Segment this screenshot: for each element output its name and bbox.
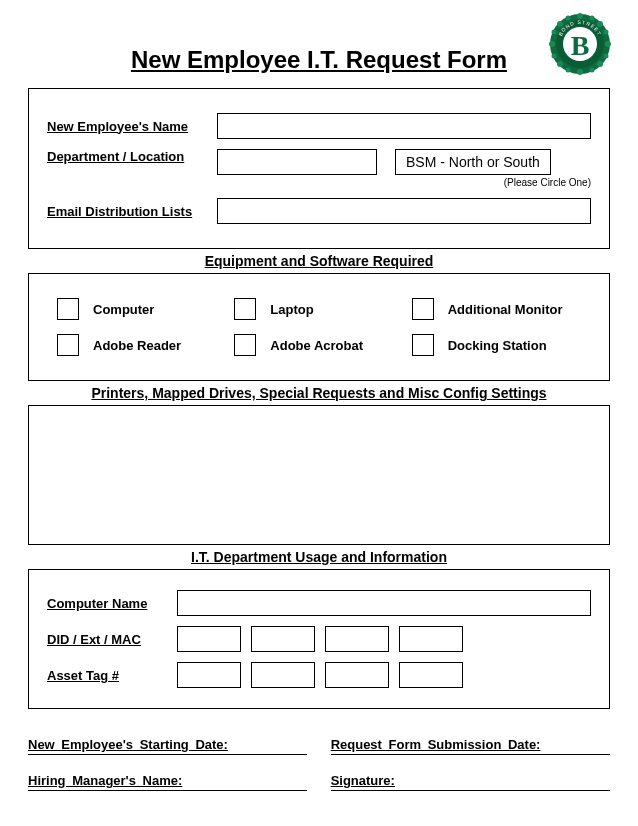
svg-point-7 <box>557 61 563 67</box>
checkbox-laptop[interactable]: Laptop <box>234 298 403 320</box>
email-lists-input[interactable] <box>217 198 591 224</box>
form-title: New Employee I.T. Request Form <box>28 46 610 74</box>
checkbox-adobe-acrobat[interactable]: Adobe Acrobat <box>234 334 403 356</box>
svg-point-14 <box>552 54 557 59</box>
svg-point-3 <box>549 41 555 47</box>
checkbox-computer[interactable]: Computer <box>57 298 226 320</box>
svg-point-12 <box>590 68 595 73</box>
checkbox-label: Docking Station <box>448 338 547 353</box>
svg-point-11 <box>566 68 571 73</box>
did-input-2[interactable] <box>251 626 315 652</box>
svg-point-2 <box>577 69 583 75</box>
svg-point-4 <box>605 41 611 47</box>
equipment-heading: Equipment and Software Required <box>28 253 610 269</box>
it-box: Computer Name DID / Ext / MAC Asset Tag … <box>28 569 610 709</box>
checkbox-docking-station[interactable]: Docking Station <box>412 334 581 356</box>
email-lists-label: Email Distribution Lists <box>47 204 217 219</box>
checkbox-icon <box>57 334 79 356</box>
svg-point-16 <box>604 54 609 59</box>
checkbox-label: Additional Monitor <box>448 302 563 317</box>
checkbox-additional-monitor[interactable]: Additional Monitor <box>412 298 581 320</box>
svg-point-15 <box>604 30 609 35</box>
circle-hint: (Please Circle One) <box>217 177 591 188</box>
checkbox-label: Computer <box>93 302 154 317</box>
computer-name-input[interactable] <box>177 590 591 616</box>
checkbox-label: Adobe Reader <box>93 338 181 353</box>
asset-tag-label: Asset Tag # <box>47 668 177 683</box>
hiring-manager-line[interactable]: Hiring Manager's Name: <box>28 773 307 791</box>
did-input-1[interactable] <box>177 626 241 652</box>
special-requests-box[interactable] <box>28 405 610 545</box>
did-input-3[interactable] <box>325 626 389 652</box>
bsm-choice[interactable]: BSM - North or South <box>395 149 551 175</box>
signature-area: New Employee's Starting Date: Hiring Man… <box>28 737 610 809</box>
checkbox-icon <box>412 334 434 356</box>
asset-input-4[interactable] <box>399 662 463 688</box>
asset-input-2[interactable] <box>251 662 315 688</box>
did-input-4[interactable] <box>399 626 463 652</box>
svg-point-9 <box>566 16 571 21</box>
department-input[interactable] <box>217 149 377 175</box>
employee-info-box: New Employee's Name Department / Locatio… <box>28 88 610 249</box>
department-label: Department / Location <box>47 149 217 164</box>
svg-point-10 <box>590 16 595 21</box>
logo-seal: B BOND STREET <box>548 12 612 76</box>
computer-name-label: Computer Name <box>47 596 177 611</box>
signature-line[interactable]: Signature: <box>331 773 610 791</box>
asset-input-1[interactable] <box>177 662 241 688</box>
svg-point-13 <box>552 30 557 35</box>
checkbox-label: Laptop <box>270 302 313 317</box>
checkbox-icon <box>234 334 256 356</box>
asset-input-3[interactable] <box>325 662 389 688</box>
printers-heading: Printers, Mapped Drives, Special Request… <box>28 385 610 401</box>
checkbox-icon <box>234 298 256 320</box>
checkbox-icon <box>412 298 434 320</box>
svg-point-1 <box>577 13 583 19</box>
checkbox-label: Adobe Acrobat <box>270 338 363 353</box>
equipment-box: Computer Laptop Additional Monitor Adobe… <box>28 273 610 381</box>
svg-point-6 <box>597 21 603 27</box>
submission-date-line[interactable]: Request Form Submission Date: <box>331 737 610 755</box>
it-heading: I.T. Department Usage and Information <box>28 549 610 565</box>
svg-text:B: B <box>571 30 590 61</box>
starting-date-line[interactable]: New Employee's Starting Date: <box>28 737 307 755</box>
did-ext-mac-label: DID / Ext / MAC <box>47 632 177 647</box>
employee-name-input[interactable] <box>217 113 591 139</box>
svg-point-8 <box>597 61 603 67</box>
checkbox-icon <box>57 298 79 320</box>
employee-name-label: New Employee's Name <box>47 119 217 134</box>
checkbox-adobe-reader[interactable]: Adobe Reader <box>57 334 226 356</box>
svg-point-5 <box>557 21 563 27</box>
